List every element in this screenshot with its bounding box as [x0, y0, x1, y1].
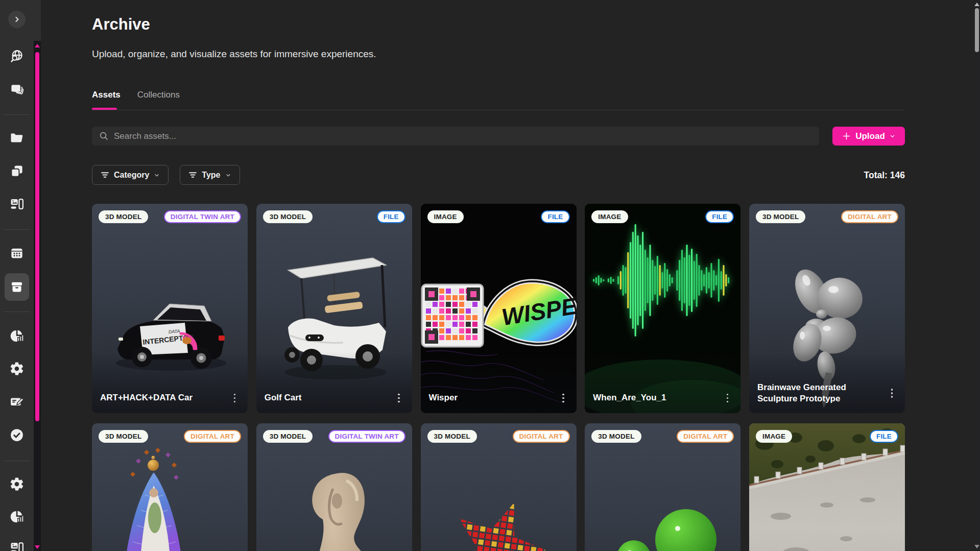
type-filter-button[interactable]: Type — [180, 165, 240, 185]
sidebar-item-admin-settings[interactable] — [0, 476, 34, 492]
sidebar-item-files[interactable] — [0, 130, 34, 146]
more-options-button[interactable] — [558, 392, 568, 405]
card-edit-icon — [9, 394, 25, 410]
pie-chart-icon — [9, 328, 25, 344]
asset-thumbnail-stone-bust — [256, 423, 412, 551]
tab-collections[interactable]: Collections — [137, 90, 180, 107]
sidebar-scrollbar[interactable] — [34, 41, 41, 551]
sidebar-item-environments[interactable] — [0, 82, 34, 97]
asset-title: ART+HACK+DATA Car — [100, 392, 193, 403]
chevron-right-icon — [12, 14, 22, 25]
copy-stack-icon — [9, 163, 25, 179]
more-options-button[interactable] — [230, 392, 240, 405]
asset-card-figurine[interactable]: 3D MODEL DIGITAL ART — [92, 423, 248, 551]
scroll-up-arrow-icon[interactable] — [35, 44, 40, 47]
asset-card-spheres[interactable]: 3D MODEL DIGITAL ART — [585, 423, 740, 551]
asset-title: Wisper — [429, 392, 458, 403]
tab-bar: Assets Collections — [92, 90, 180, 107]
asset-title: Brainwave Generated Sculpture Prototype — [757, 382, 885, 404]
sidebar-divider — [4, 114, 30, 115]
page-title: Archive — [92, 15, 150, 34]
sidebar-divider — [4, 461, 30, 461]
device-layout-icon — [9, 197, 25, 212]
sidebar-item-discover[interactable] — [0, 49, 34, 64]
more-options-button[interactable] — [723, 392, 733, 405]
more-options-button[interactable] — [394, 392, 404, 405]
upload-button[interactable]: Upload — [832, 127, 905, 146]
sidebar-item-settings[interactable] — [0, 361, 34, 376]
device-layout-icon — [9, 540, 25, 551]
archive-page: { "page": { "title": "Archive", "subtitl… — [0, 0, 980, 551]
sidebar-item-collections[interactable] — [0, 163, 34, 179]
sidebar-divider — [4, 229, 30, 230]
archive-box-icon — [9, 279, 25, 295]
asset-thumbnail-figurine — [92, 423, 248, 551]
sidebar-item-admin-devices[interactable] — [0, 540, 34, 551]
folder-open-icon — [9, 130, 25, 146]
asset-card-bust[interactable]: 3D MODEL DIGITAL TWIN ART — [256, 423, 412, 551]
more-options-button[interactable] — [887, 387, 897, 400]
sidebar-item-admin-analytics[interactable] — [0, 509, 34, 524]
category-filter-label: Category — [114, 171, 149, 180]
cards-stack-icon — [9, 82, 25, 97]
upload-button-label: Upload — [855, 131, 885, 141]
scroll-up-arrow-icon[interactable] — [974, 3, 979, 6]
plus-icon — [842, 131, 851, 141]
calendar-icon — [9, 246, 25, 261]
check-circle-icon — [9, 427, 25, 443]
filter-icon — [101, 171, 109, 179]
filter-row: Category Type — [92, 165, 240, 185]
asset-title: When_Are_You_1 — [593, 392, 666, 403]
search-icon — [99, 131, 109, 141]
gear-icon — [9, 476, 25, 492]
tabs-divider — [92, 110, 905, 110]
globe-search-icon — [9, 49, 25, 64]
asset-card-brainwave-sculpture[interactable]: 3D MODEL DIGITAL ART Brainwave Generated… — [749, 204, 905, 413]
page-scrollbar[interactable] — [974, 0, 980, 551]
search-bar[interactable] — [92, 127, 819, 146]
asset-thumbnail-pixel-star — [421, 423, 577, 551]
search-input[interactable] — [114, 131, 812, 141]
sidebar-expand-button[interactable] — [8, 11, 26, 28]
sidebar-scrollbar-thumb[interactable] — [35, 52, 39, 421]
asset-thumbnail-spheres — [585, 423, 740, 551]
sidebar-item-approvals[interactable] — [0, 427, 34, 443]
svg-text:DATA: DATA — [168, 328, 180, 334]
sidebar-item-events[interactable] — [0, 246, 34, 261]
tab-assets[interactable]: Assets — [92, 90, 121, 107]
chevron-down-icon — [225, 172, 231, 178]
sidebar-item-devices[interactable] — [0, 197, 34, 212]
asset-card-wisper[interactable]: WISPER IMAGE FILE Wisper — [421, 204, 577, 413]
asset-card-mountain-road[interactable]: IMAGE FILE — [749, 423, 905, 551]
pie-chart-icon — [9, 509, 25, 524]
asset-card-golf-cart[interactable]: 3D MODEL FILE Golf Cart — [256, 204, 412, 413]
chevron-down-icon — [154, 172, 160, 178]
sidebar — [0, 0, 41, 551]
total-count: Total: 146 — [752, 170, 905, 181]
chevron-down-icon — [889, 133, 896, 139]
asset-card-when-are-you-1[interactable]: IMAGE FILE When_Are_You_1 — [585, 204, 740, 413]
scroll-down-arrow-icon[interactable] — [974, 545, 979, 548]
gear-icon — [9, 361, 25, 376]
sidebar-item-archive[interactable] — [0, 279, 34, 295]
asset-card-art-hack-data-car[interactable]: DATA INTERCEPTOR 3D MODEL DIGITAL TWIN A — [92, 204, 248, 413]
scroll-down-arrow-icon[interactable] — [35, 545, 40, 549]
sidebar-item-analytics[interactable] — [0, 328, 34, 344]
asset-title: Golf Cart — [265, 392, 302, 403]
asset-card-pixel-star[interactable]: 3D MODEL DIGITAL ART — [421, 423, 577, 551]
asset-thumbnail-mountain-road — [749, 423, 905, 551]
asset-grid: DATA INTERCEPTOR 3D MODEL DIGITAL TWIN A — [92, 204, 905, 551]
category-filter-button[interactable]: Category — [92, 165, 169, 185]
type-filter-label: Type — [202, 171, 220, 180]
page-subtitle: Upload, organize, and visualize assets f… — [92, 49, 376, 60]
sidebar-item-badges[interactable] — [0, 394, 34, 410]
page-scrollbar-thumb[interactable] — [975, 8, 979, 52]
filter-icon — [188, 171, 197, 179]
sidebar-divider — [4, 312, 30, 312]
